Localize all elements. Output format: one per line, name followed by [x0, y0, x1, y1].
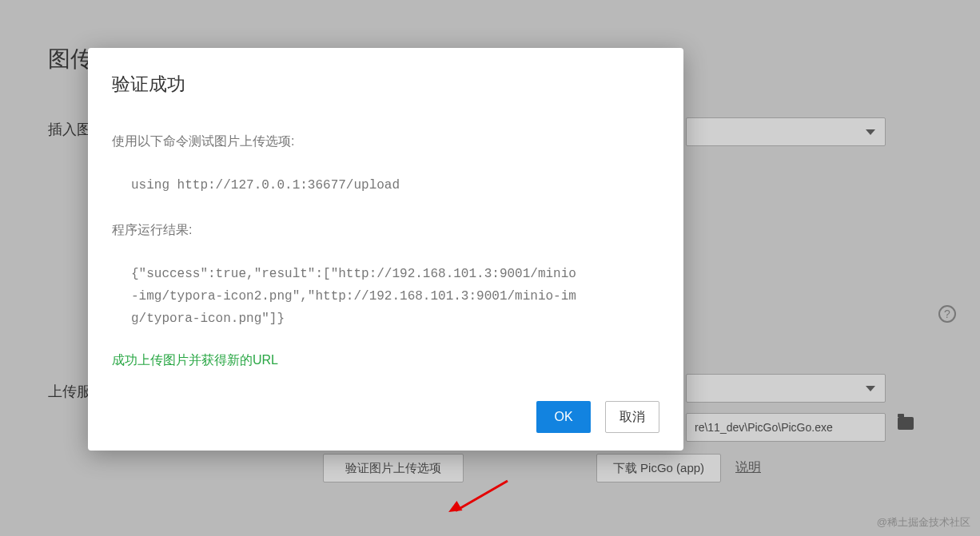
path-value: re\11_dev\PicGo\PicGo.exe — [695, 421, 833, 434]
upload-service-select[interactable] — [686, 374, 886, 403]
folder-icon[interactable] — [898, 417, 914, 430]
dialog-success-message: 成功上传图片并获得新的URL — [112, 352, 659, 369]
help-link[interactable]: 说明 — [735, 459, 761, 476]
watermark: @稀土掘金技术社区 — [877, 515, 970, 530]
insert-label: 插入图 — [48, 120, 91, 139]
cancel-button[interactable]: 取消 — [605, 401, 659, 433]
download-picgo-button[interactable]: 下载 PicGo (app) — [596, 454, 721, 482]
chevron-down-icon — [866, 386, 875, 391]
insert-select[interactable] — [686, 117, 886, 146]
dialog-instruction: 使用以下命令测试图片上传选项: — [112, 130, 659, 152]
help-icon[interactable]: ? — [938, 305, 956, 323]
validate-upload-button[interactable]: 验证图片上传选项 — [323, 454, 464, 482]
dialog-footer: OK 取消 — [112, 401, 659, 433]
dialog-command: using http://127.0.0.1:36677/upload — [131, 174, 659, 197]
upload-label: 上传服 — [48, 382, 91, 401]
validation-dialog: 验证成功 使用以下命令测试图片上传选项: using http://127.0.… — [88, 48, 683, 451]
annotation-arrow — [448, 486, 520, 526]
picgo-path-input[interactable]: re\11_dev\PicGo\PicGo.exe — [686, 413, 886, 442]
chevron-down-icon — [866, 129, 875, 135]
dialog-result-label: 程序运行结果: — [112, 219, 659, 240]
dialog-title: 验证成功 — [112, 72, 659, 97]
ok-button[interactable]: OK — [536, 401, 591, 433]
dialog-result-json: {"success":true,"result":["http://192.16… — [131, 263, 579, 330]
